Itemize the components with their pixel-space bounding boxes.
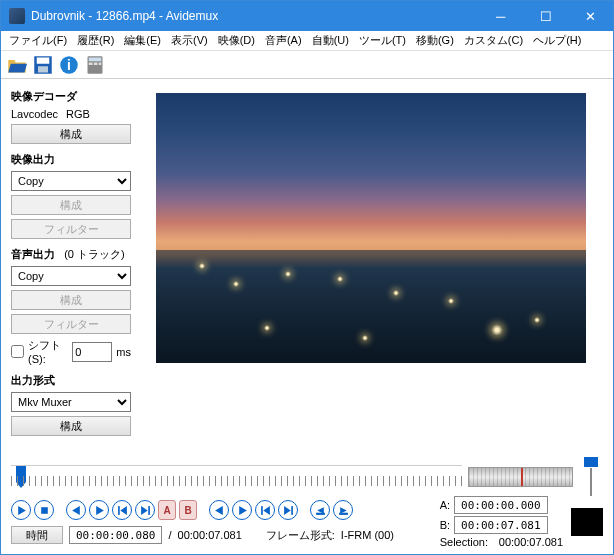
total-time: 00:00:07.081 (178, 529, 242, 541)
menu-video[interactable]: 映像(D) (214, 31, 259, 50)
vout-label: 映像出力 (11, 152, 131, 167)
svg-rect-12 (148, 506, 150, 515)
time-button[interactable]: 時間 (11, 526, 63, 544)
preview-area (139, 85, 603, 451)
jog-wheel[interactable] (468, 467, 573, 487)
prev-keyframe-button[interactable] (112, 500, 132, 520)
calculator-icon[interactable] (85, 55, 105, 75)
aout-tracks: (0 トラック) (64, 248, 125, 260)
next-frame-button[interactable] (89, 500, 109, 520)
svg-rect-11 (118, 506, 120, 515)
close-button[interactable]: ✕ (568, 1, 613, 31)
frame-type-label: フレーム形式: (266, 528, 335, 543)
selection-duration: 00:00:07.081 (499, 536, 563, 548)
svg-text:i: i (67, 58, 71, 73)
toolbar: i (1, 51, 613, 79)
prev-cut-button[interactable] (209, 500, 229, 520)
svg-rect-8 (94, 62, 98, 65)
svg-rect-2 (38, 66, 48, 72)
app-icon (9, 8, 25, 24)
shift-unit: ms (116, 346, 131, 358)
thumbnail (571, 508, 603, 536)
aout-label: 音声出力 (0 トラック) (11, 247, 131, 262)
stop-button[interactable] (34, 500, 54, 520)
set-b-button[interactable]: B (179, 500, 197, 520)
b-time: 00:00:07.081 (454, 516, 547, 534)
decoder-config-button[interactable]: 構成 (11, 124, 131, 144)
menu-auto[interactable]: 自動(U) (308, 31, 353, 50)
maximize-button[interactable]: ☐ (523, 1, 568, 31)
app-window: Dubrovnik - 12866.mp4 - Avidemux ─ ☐ ✕ フ… (0, 0, 614, 555)
svg-rect-16 (339, 512, 348, 514)
svg-rect-13 (261, 506, 263, 515)
prev-frame-button[interactable] (66, 500, 86, 520)
svg-rect-1 (37, 57, 50, 63)
playback-controls: A B (11, 500, 430, 520)
format-config-button[interactable]: 構成 (11, 416, 131, 436)
video-preview (156, 93, 586, 363)
format-select[interactable]: Mkv Muxer (11, 392, 131, 412)
vout-select[interactable]: Copy (11, 171, 131, 191)
selection-info: A:00:00:00.000 B:00:00:07.081 Selection:… (440, 496, 563, 548)
menu-file[interactable]: ファイル(F) (5, 31, 71, 50)
format-label: 出力形式 (11, 373, 131, 388)
frame-type: I-FRM (00) (341, 529, 394, 541)
decoder-label: 映像デコーダ (11, 89, 131, 104)
aout-select[interactable]: Copy (11, 266, 131, 286)
bottom-panel: A B 時間 00:00:00.080 / 00:00:07.081 (1, 455, 613, 554)
a-label: A: (440, 499, 450, 511)
vout-filter-button[interactable]: フィルター (11, 219, 131, 239)
menubar: ファイル(F) 履歴(R) 編集(E) 表示(V) 映像(D) 音声(A) 自動… (1, 31, 613, 51)
window-title: Dubrovnik - 12866.mp4 - Avidemux (31, 9, 478, 23)
menu-go[interactable]: 移動(G) (412, 31, 458, 50)
svg-rect-14 (291, 506, 293, 515)
decoder-codec: Lavcodec (11, 108, 58, 120)
selection-label: Selection: (440, 536, 488, 548)
menu-tools[interactable]: ツール(T) (355, 31, 410, 50)
svg-rect-6 (89, 57, 102, 61)
set-a-button[interactable]: A (158, 500, 176, 520)
svg-rect-7 (89, 62, 93, 65)
menu-view[interactable]: 表示(V) (167, 31, 212, 50)
open-icon[interactable] (7, 55, 27, 75)
menu-help[interactable]: ヘルプ(H) (529, 31, 585, 50)
aout-config-button[interactable]: 構成 (11, 290, 131, 310)
decoder-mode: RGB (66, 108, 90, 120)
titlebar: Dubrovnik - 12866.mp4 - Avidemux ─ ☐ ✕ (1, 1, 613, 31)
svg-rect-9 (99, 62, 102, 65)
prev-black-button[interactable] (310, 500, 330, 520)
save-icon[interactable] (33, 55, 53, 75)
svg-rect-15 (316, 512, 325, 514)
menu-custom[interactable]: カスタム(C) (460, 31, 527, 50)
next-cut-button[interactable] (232, 500, 252, 520)
menu-edit[interactable]: 編集(E) (120, 31, 165, 50)
volume-slider[interactable] (579, 457, 603, 496)
last-frame-button[interactable] (278, 500, 298, 520)
play-button[interactable] (11, 500, 31, 520)
svg-rect-10 (41, 507, 48, 514)
shift-label: シフト(S): (28, 338, 68, 365)
vout-config-button[interactable]: 構成 (11, 195, 131, 215)
next-black-button[interactable] (333, 500, 353, 520)
a-time: 00:00:00.000 (454, 496, 547, 514)
time-sep: / (168, 529, 171, 541)
info-icon[interactable]: i (59, 55, 79, 75)
aout-filter-button[interactable]: フィルター (11, 314, 131, 334)
shift-checkbox[interactable] (11, 345, 24, 358)
next-keyframe-button[interactable] (135, 500, 155, 520)
b-label: B: (440, 519, 450, 531)
shift-input[interactable] (72, 342, 112, 362)
current-time[interactable]: 00:00:00.080 (69, 526, 162, 544)
minimize-button[interactable]: ─ (478, 1, 523, 31)
timeline[interactable] (11, 465, 462, 489)
menu-history[interactable]: 履歴(R) (73, 31, 118, 50)
first-frame-button[interactable] (255, 500, 275, 520)
menu-audio[interactable]: 音声(A) (261, 31, 306, 50)
left-panel: 映像デコーダ Lavcodec RGB 構成 映像出力 Copy 構成 フィルタ… (11, 85, 131, 451)
